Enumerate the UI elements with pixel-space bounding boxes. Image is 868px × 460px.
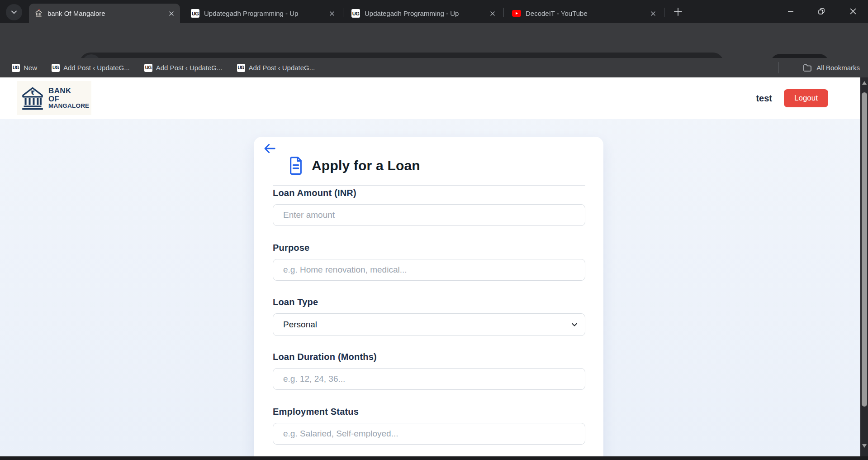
loan-type-label: Loan Type [273, 297, 585, 307]
tab-separator [343, 8, 343, 17]
loan-duration-input[interactable] [273, 368, 585, 390]
back-to-dashboard-button[interactable] [263, 142, 276, 155]
folder-icon [803, 64, 812, 72]
tab-search-button[interactable] [6, 4, 22, 20]
logout-button[interactable]: Logout [784, 89, 828, 107]
webpage: ₹ BANK OF MANGALORE test Logout [0, 77, 868, 456]
bookmark-label: Add Post ‹ UpdateG... [156, 64, 223, 72]
loan-type-select[interactable]: Personal [273, 313, 585, 336]
tab-strip: bank Of Mangalore UG Updategadh Programm… [0, 0, 868, 23]
employment-status-input[interactable] [273, 423, 585, 445]
tab-title: Updategadh Programming - Up [204, 10, 324, 17]
ug-favicon-icon: UG [351, 9, 360, 18]
employment-status-label: Employment Status [273, 407, 585, 417]
window-close-button[interactable] [841, 0, 865, 23]
bank-building-icon: ₹ [21, 86, 44, 111]
browser-toolbar: localhost:5173/customer/loan Incognito [0, 23, 868, 58]
bank-logo: ₹ BANK OF MANGALORE [17, 81, 91, 115]
close-icon [849, 8, 857, 15]
username: test [756, 93, 772, 104]
loan-type-value: Personal [283, 320, 317, 330]
document-icon [288, 157, 304, 175]
field-loan-amount: Loan Amount (INR) [273, 188, 585, 226]
svg-text:₹: ₹ [30, 89, 35, 96]
bookmark-add-post-3[interactable]: UG Add Post ‹ UpdateG... [237, 64, 315, 72]
chevron-down-icon [11, 9, 17, 15]
scroll-up-arrow-icon[interactable] [862, 81, 867, 85]
loan-amount-input[interactable] [273, 204, 585, 226]
bookmark-add-post-2[interactable]: UG Add Post ‹ UpdateG... [144, 64, 223, 72]
tab-updategadh-1[interactable]: UG Updategadh Programming - Up [185, 4, 341, 23]
ug-favicon-icon: UG [237, 64, 245, 72]
bookmark-add-post-1[interactable]: UG Add Post ‹ UpdateG... [52, 64, 130, 72]
bookmarks-separator [778, 62, 779, 73]
blue-back-arrow-icon [263, 142, 276, 155]
bookmark-label: Add Post ‹ UpdateG... [63, 64, 130, 72]
tab-updategadh-2[interactable]: UG Updategadh Programming - Up [346, 4, 501, 23]
field-loan-duration: Loan Duration (Months) [273, 352, 585, 390]
tab-close-icon[interactable] [329, 10, 335, 17]
tab-close-icon[interactable] [650, 10, 656, 17]
tab-title: Updategadh Programming - Up [365, 10, 485, 17]
page-scrollbar[interactable] [860, 77, 868, 456]
loan-duration-label: Loan Duration (Months) [273, 352, 585, 362]
window-restore-button[interactable] [809, 0, 834, 23]
bookmark-new[interactable]: UG New [12, 64, 37, 72]
window-minimize-button[interactable] [778, 0, 803, 23]
bookmark-label: New [24, 64, 37, 72]
new-tab-button[interactable] [673, 7, 683, 17]
plus-icon [673, 7, 683, 17]
bookmarks-bar: UG New UG Add Post ‹ UpdateG... UG Add P… [0, 58, 868, 77]
tab-decodeit-youtube[interactable]: DecodeIT - YouTube [507, 4, 662, 23]
all-bookmarks-label: All Bookmarks [816, 64, 860, 72]
ug-favicon-icon: UG [191, 9, 199, 18]
purpose-input[interactable] [273, 259, 585, 281]
tab-close-icon[interactable] [489, 10, 496, 17]
bank-logo-text: BANK OF MANGALORE [48, 87, 89, 109]
form-title-row: Apply for a Loan [288, 157, 420, 175]
restore-icon [817, 7, 825, 15]
tab-close-icon[interactable] [168, 10, 175, 17]
tab-title: bank Of Mangalore [47, 10, 164, 17]
tab-bank-of-mangalore[interactable]: bank Of Mangalore [29, 4, 180, 23]
field-loan-type: Loan Type Personal [273, 297, 585, 336]
bookmark-label: Add Post ‹ UpdateG... [249, 64, 315, 72]
ug-favicon-icon: UG [144, 64, 152, 72]
scrollbar-thumb[interactable] [862, 92, 867, 407]
site-header: ₹ BANK OF MANGALORE test Logout [0, 77, 860, 119]
bank-favicon-icon [34, 9, 43, 18]
taskbar-edge [0, 456, 868, 460]
chevron-down-icon [570, 321, 579, 329]
scroll-down-arrow-icon[interactable] [862, 444, 867, 448]
field-purpose: Purpose [273, 243, 585, 281]
form-title: Apply for a Loan [312, 158, 420, 173]
purpose-label: Purpose [273, 243, 585, 253]
loan-application-card: Apply for a Loan Loan Amount (INR) Purpo… [254, 137, 603, 460]
tab-title: DecodeIT - YouTube [526, 10, 645, 17]
all-bookmarks-button[interactable]: All Bookmarks [803, 58, 860, 77]
tab-separator [503, 8, 504, 17]
tab-separator [664, 8, 664, 17]
divider [273, 185, 585, 186]
youtube-favicon-icon [512, 10, 521, 17]
field-employment-status: Employment Status [273, 407, 585, 445]
minimize-icon [787, 8, 794, 15]
loan-amount-label: Loan Amount (INR) [273, 188, 585, 198]
ug-favicon-icon: UG [52, 64, 60, 72]
ug-favicon-icon: UG [12, 64, 20, 72]
